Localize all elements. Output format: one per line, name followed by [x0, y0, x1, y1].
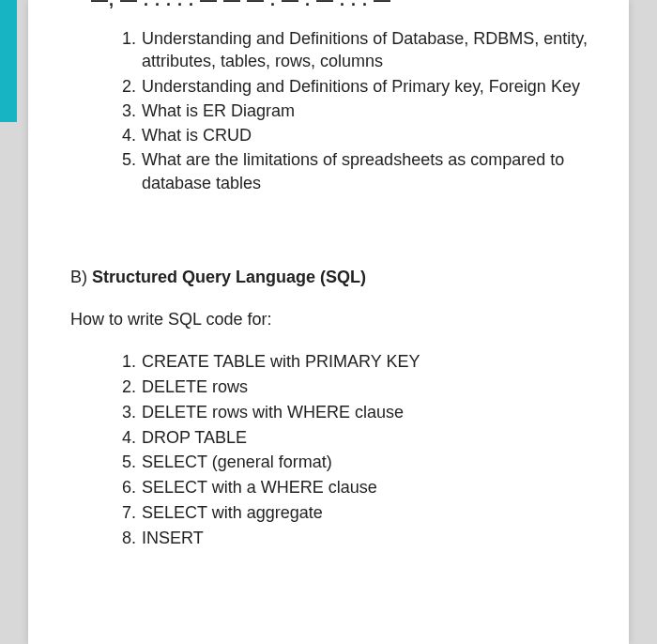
item-number: 2.: [115, 75, 136, 98]
item-text: What is ER Diagram: [142, 101, 295, 120]
list-item: 3. DELETE rows with WHERE clause: [115, 401, 596, 424]
item-text: DELETE rows: [142, 377, 248, 396]
item-number: 4.: [115, 124, 136, 146]
section-b-heading: B) Structured Query Language (SQL): [70, 268, 596, 287]
list-item: 5. SELECT (general format): [115, 451, 596, 474]
list-item: 5. What are the limitations of spreadshe…: [115, 148, 596, 194]
item-text: DELETE rows with WHERE clause: [142, 403, 404, 422]
section-b-list: 1. CREATE TABLE with PRIMARY KEY 2. DELE…: [115, 350, 596, 550]
item-number: 7.: [115, 501, 136, 525]
item-number: 3.: [115, 100, 136, 122]
item-text: SELECT with aggregate: [142, 503, 323, 522]
item-text: SELECT (general format): [142, 452, 332, 471]
item-number: 4.: [115, 426, 136, 450]
item-number: 8.: [115, 527, 136, 550]
section-b-subtitle: How to write SQL code for:: [70, 310, 596, 330]
item-text: What is CRUD: [142, 126, 252, 145]
list-item: 8. INSERT: [115, 527, 596, 550]
section-b-title: Structured Query Language (SQL): [92, 268, 366, 286]
scroll-indicator[interactable]: [0, 0, 17, 122]
item-text: SELECT with a WHERE clause: [142, 478, 377, 497]
item-text: Understanding and Definitions of Primary…: [142, 77, 580, 96]
item-text: CREATE TABLE with PRIMARY KEY: [142, 352, 420, 371]
item-text: DROP TABLE: [142, 428, 247, 447]
item-text: Understanding and Definitions of Databas…: [142, 29, 588, 70]
item-number: 1.: [115, 27, 136, 50]
item-text: What are the limitations of spreadsheets…: [142, 150, 564, 192]
item-number: 2.: [115, 376, 136, 399]
item-number: 5.: [115, 451, 136, 474]
list-item: 4. DROP TABLE: [115, 426, 596, 450]
item-text: INSERT: [142, 529, 204, 547]
section-a-list: 1. Understanding and Definitions of Data…: [115, 27, 596, 194]
list-item: 4. What is CRUD: [115, 124, 596, 146]
list-item: 1. CREATE TABLE with PRIMARY KEY: [115, 350, 596, 374]
list-item: 1. Understanding and Definitions of Data…: [115, 27, 596, 73]
list-item: 6. SELECT with a WHERE clause: [115, 476, 596, 499]
list-item: 2. Understanding and Definitions of Prim…: [115, 75, 596, 98]
item-number: 3.: [115, 401, 136, 424]
item-number: 1.: [115, 350, 136, 374]
section-b-label: B): [70, 268, 87, 286]
cutoff-heading: —, — . . . . . — — — . — . — . . . —: [91, 0, 596, 10]
item-number: 6.: [115, 476, 136, 499]
item-number: 5.: [115, 148, 136, 171]
list-item: 3. What is ER Diagram: [115, 100, 596, 122]
document-page: —, — . . . . . — — — . — . — . . . — 1. …: [28, 0, 629, 644]
list-item: 2. DELETE rows: [115, 376, 596, 399]
list-item: 7. SELECT with aggregate: [115, 501, 596, 525]
